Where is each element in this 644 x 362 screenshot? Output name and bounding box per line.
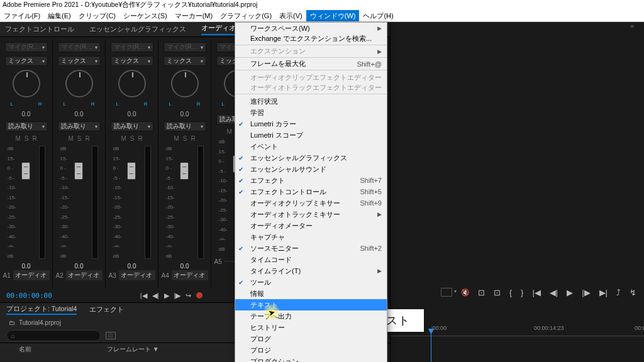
track-name[interactable]: オーディオ	[66, 270, 103, 280]
transport-button[interactable]: ◀|	[152, 292, 159, 300]
fader-handle[interactable]	[21, 162, 30, 180]
output-assign[interactable]: ミックス▾	[58, 56, 101, 66]
menu-item[interactable]: ファイル(F)	[0, 10, 44, 21]
track-input[interactable]: マイク(R…▾	[164, 42, 206, 52]
msr-buttons[interactable]: MSR	[15, 135, 36, 142]
menu-dropdown-item[interactable]: イベント	[235, 141, 387, 152]
transport-button[interactable]: |◀	[140, 292, 147, 300]
panel-tab[interactable]: エッセンシャルグラフィックス	[89, 25, 186, 34]
menu-dropdown-item[interactable]: ✔エフェクトShift+7	[235, 175, 387, 186]
project-tab[interactable]: プロジェクト: Tutorial4	[6, 305, 77, 315]
menu-dropdown-item[interactable]: エクステンション▶	[235, 47, 387, 58]
resolution-dropdown[interactable]	[441, 288, 452, 297]
panel-menu-icon[interactable]: »	[630, 22, 640, 29]
menu-dropdown-item[interactable]: 進行状況	[235, 96, 387, 107]
automation-mode[interactable]: 読み取り▾	[5, 121, 48, 131]
menu-dropdown-item[interactable]: ✔エッセンシャルサウンド	[235, 163, 387, 175]
menu-dropdown-item[interactable]: ✔エフェクトコントロールShift+5	[235, 186, 387, 197]
playhead[interactable]	[431, 332, 431, 362]
record-button[interactable]	[196, 292, 203, 299]
menu-dropdown-item[interactable]: フレームを最大化Shift+@	[235, 59, 387, 70]
menu-item[interactable]: グラフィック(G)	[216, 10, 275, 21]
track-name[interactable]: オーディオ	[13, 270, 50, 280]
track-input[interactable]: マイク(R…▾	[58, 42, 101, 52]
search-input[interactable]: ⌕	[6, 330, 101, 341]
fader[interactable]: dB15-0 --5 --10--15--20--25--30--40--∞-d…	[60, 146, 98, 259]
viewer-transport-button[interactable]: ▶	[567, 288, 573, 297]
menu-dropdown-item[interactable]: オーディオクリップミキサーShift+9	[235, 197, 387, 209]
menu-dropdown-item[interactable]: ✔エッセンシャルグラフィックス	[235, 152, 387, 163]
pan-knob[interactable]	[171, 70, 199, 97]
fader-handle[interactable]	[127, 162, 136, 180]
project-tab[interactable]: エフェクト	[89, 305, 124, 314]
menu-dropdown-item[interactable]: オーディオメーター	[235, 220, 387, 231]
menu-dropdown-item[interactable]: 学習	[235, 107, 387, 118]
pan-knob[interactable]	[65, 70, 93, 97]
output-assign[interactable]: ミックス▾	[5, 56, 48, 66]
output-assign[interactable]: ミックス▾	[111, 56, 153, 66]
panel-tab[interactable]: フェクトコントロール	[5, 25, 74, 34]
menu-dropdown-item[interactable]: プロダクション	[235, 356, 387, 362]
viewer-transport-button[interactable]: ⊡	[494, 288, 501, 297]
menu-dropdown-item[interactable]: プログ	[235, 333, 387, 344]
menu-dropdown-item[interactable]: プロジ	[235, 344, 387, 356]
viewer-transport-button[interactable]: |▶	[582, 288, 590, 297]
track-name[interactable]: オーディオ	[119, 270, 155, 280]
fader[interactable]: dB15-0 --5 --10--15--20--25--30--40--∞-d…	[166, 146, 204, 259]
output-assign[interactable]: ミックス▾	[164, 56, 206, 66]
menu-dropdown-item[interactable]: ワークスペース(W)▶	[235, 23, 387, 34]
menu-dropdown-item[interactable]: オーディオトラックミキサー▶	[235, 209, 387, 220]
track-name[interactable]: オーディオ	[172, 270, 208, 280]
menu-dropdown-item[interactable]: 情報	[235, 288, 387, 299]
transport-button[interactable]: |▶	[174, 292, 181, 300]
column-header[interactable]: フレームレート ▼	[107, 345, 159, 354]
viewer-transport-button[interactable]: ⤴	[616, 288, 621, 297]
automation-mode[interactable]: 読み取り▾	[58, 121, 101, 131]
track-input[interactable]: マイク(R…▾	[5, 42, 48, 52]
msr-buttons[interactable]: MSR	[121, 135, 142, 142]
menu-item[interactable]: 編集(E)	[44, 10, 75, 21]
fader-handle[interactable]	[74, 162, 83, 180]
viewer-transport-button[interactable]: ↯	[630, 288, 636, 297]
menu-dropdown-item[interactable]: Exchange でエクステンションを検索...	[235, 34, 387, 45]
menu-dropdown-item[interactable]: オーディオクリップエフェクトエディター	[235, 72, 387, 83]
automation-mode[interactable]: 読み取り▾	[111, 121, 153, 131]
menu-dropdown-item[interactable]: Lumetri スコープ	[235, 129, 387, 141]
menu-dropdown-item[interactable]: タイムコード	[235, 254, 387, 265]
mute-icon[interactable]: 🔇	[461, 288, 469, 297]
menu-item[interactable]: ヘルプ(H)	[359, 10, 397, 21]
viewer-transport-button[interactable]: {	[509, 288, 512, 297]
menu-item[interactable]: ウィンドウ(W)	[306, 10, 360, 21]
transport-button[interactable]: ▶	[164, 292, 169, 300]
automation-mode[interactable]: 読み取り▾	[164, 121, 206, 131]
column-header[interactable]: 名前	[19, 345, 31, 354]
menu-dropdown-item[interactable]: ヒストリー	[235, 322, 387, 333]
menu-item[interactable]: クリップ(C)	[75, 10, 119, 21]
menu-dropdown-item[interactable]: ✔Lumetri カラー	[235, 118, 387, 129]
timeline-ruler[interactable]: :00:0000:00:14:2300:00:29:	[391, 324, 644, 343]
fader-handle[interactable]	[180, 162, 189, 180]
viewer-transport-button[interactable]: ◀|	[550, 288, 558, 297]
fader[interactable]: dB15-0 --5 --10--15--20--25--30--40--∞-d…	[113, 146, 151, 259]
msr-buttons[interactable]: MSR	[174, 135, 195, 142]
pan-knob[interactable]	[118, 70, 146, 97]
new-bin-icon[interactable]: ◫	[106, 332, 116, 339]
menu-dropdown-item[interactable]: テープへ出力	[235, 310, 387, 322]
viewer-transport-button[interactable]: ⊡	[478, 288, 485, 297]
menu-dropdown-item[interactable]: テキスト	[235, 299, 387, 310]
fader[interactable]: dB15-0 --5 --10--15--20--25--30--40--∞-d…	[8, 146, 45, 259]
pan-knob[interactable]	[13, 70, 40, 97]
track-input[interactable]: マイク(R…▾	[111, 42, 153, 52]
menu-item[interactable]: シーケンス(S)	[119, 10, 171, 21]
menu-dropdown-item[interactable]: ✔ソースモニターShift+2	[235, 243, 387, 254]
menu-dropdown-item[interactable]: オーディオトラックエフェクトエディター	[235, 83, 387, 94]
menu-dropdown-item[interactable]: キャプチャ	[235, 231, 387, 243]
viewer-transport-button[interactable]: |◀	[532, 288, 540, 297]
menu-dropdown-item[interactable]: タイムライン(T)▶	[235, 265, 387, 277]
project-bin-name[interactable]: Tutorial4.prproj	[19, 319, 61, 326]
menu-item[interactable]: マーカー(M)	[171, 10, 217, 21]
menu-item[interactable]: 表示(V)	[275, 10, 306, 21]
menu-dropdown-item[interactable]: ✔ツール	[235, 277, 387, 288]
msr-buttons[interactable]: MSR	[68, 135, 89, 142]
viewer-transport-button[interactable]: }	[521, 288, 523, 297]
